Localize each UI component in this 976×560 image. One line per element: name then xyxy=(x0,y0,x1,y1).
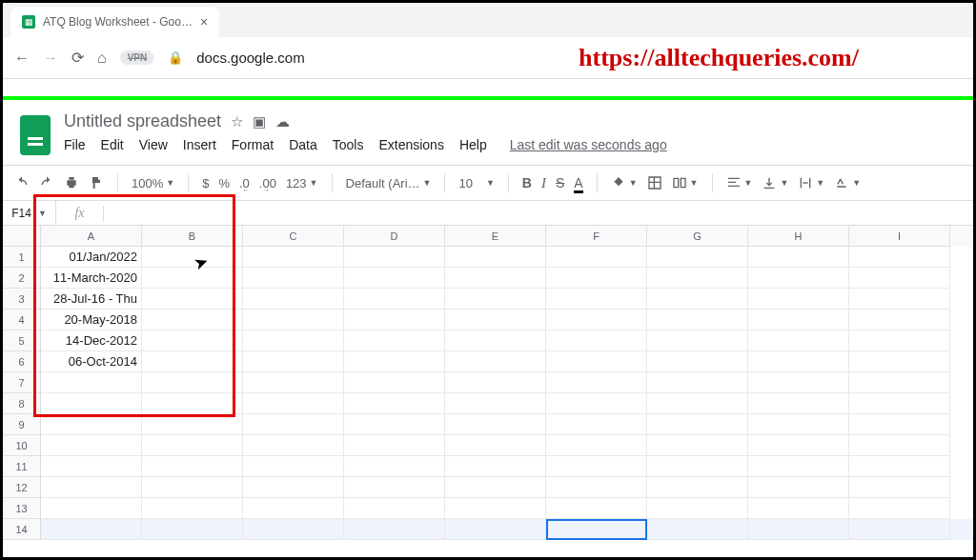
cell-G5[interactable] xyxy=(647,330,748,351)
col-header-H[interactable]: H xyxy=(748,226,849,247)
cell-F9[interactable] xyxy=(546,414,647,435)
cell-D4[interactable] xyxy=(344,310,445,330)
cell-G1[interactable] xyxy=(647,247,748,268)
cell-D6[interactable] xyxy=(344,351,445,372)
col-header-B[interactable]: B xyxy=(142,226,243,247)
cell-E3[interactable] xyxy=(445,289,546,310)
col-header-G[interactable]: G xyxy=(647,226,748,247)
more-formats-button[interactable]: 123▼ xyxy=(286,176,318,190)
cell-I9[interactable] xyxy=(849,414,950,435)
cell-I7[interactable] xyxy=(849,372,950,393)
cell-I8[interactable] xyxy=(849,393,950,414)
cell-A10[interactable] xyxy=(41,435,142,456)
cell-H1[interactable] xyxy=(748,247,849,268)
row-header[interactable]: 11 xyxy=(3,456,41,477)
cell-C2[interactable] xyxy=(243,268,344,289)
cell-A4[interactable]: 20-May-2018 xyxy=(41,310,142,330)
cell-G6[interactable] xyxy=(647,351,748,372)
cell-C3[interactable] xyxy=(243,289,344,310)
font-size-select[interactable]: 10▼ xyxy=(458,176,494,190)
col-header-D[interactable]: D xyxy=(344,226,445,247)
cell-C5[interactable] xyxy=(243,330,344,351)
cell-H10[interactable] xyxy=(748,435,849,456)
strikethrough-button[interactable]: S xyxy=(556,175,564,190)
cell-C11[interactable] xyxy=(243,456,344,477)
cell-A7[interactable] xyxy=(41,372,142,393)
cell-H2[interactable] xyxy=(748,268,849,289)
cell-B4[interactable] xyxy=(142,310,243,330)
increase-decimal-button[interactable]: .00→ xyxy=(259,176,276,190)
cell-E9[interactable] xyxy=(445,414,546,435)
forward-icon[interactable]: → xyxy=(43,50,58,67)
cell-E5[interactable] xyxy=(445,330,546,351)
doc-title[interactable]: Untitled spreadsheet xyxy=(64,111,221,131)
redo-icon[interactable] xyxy=(39,175,54,190)
sheets-logo-icon[interactable] xyxy=(20,115,51,155)
row-header[interactable]: 9 xyxy=(3,414,41,435)
cell-F7[interactable] xyxy=(546,372,647,393)
cell-F5[interactable] xyxy=(546,330,647,351)
format-currency-button[interactable]: $ xyxy=(202,176,209,190)
decrease-decimal-button[interactable]: .0← xyxy=(239,176,250,190)
cell-E2[interactable] xyxy=(445,268,546,289)
cell-B11[interactable] xyxy=(142,456,243,477)
browser-tab[interactable]: ▦ ATQ Blog Worksheet - Goo… × xyxy=(10,7,219,37)
row-header[interactable]: 10 xyxy=(3,435,41,456)
merge-cells-button[interactable]: ▼ xyxy=(672,175,699,190)
menu-format[interactable]: Format xyxy=(232,137,274,152)
font-family-select[interactable]: Default (Ari…▼ xyxy=(346,176,432,190)
cell-G14[interactable] xyxy=(647,519,748,540)
cell-E4[interactable] xyxy=(445,310,546,330)
menu-tools[interactable]: Tools xyxy=(333,137,364,152)
row-header[interactable]: 6 xyxy=(3,351,41,372)
v-align-button[interactable]: ▼ xyxy=(762,175,788,190)
star-icon[interactable]: ☆ xyxy=(231,113,243,130)
row-header[interactable]: 5 xyxy=(3,330,41,351)
vpn-badge[interactable]: VPN xyxy=(120,50,155,65)
text-rotation-button[interactable]: ▼ xyxy=(834,175,861,190)
bold-button[interactable]: B xyxy=(522,175,532,190)
cell-B10[interactable] xyxy=(142,435,243,456)
col-header-A[interactable]: A xyxy=(41,226,142,247)
cell-A13[interactable] xyxy=(41,498,142,519)
text-wrap-button[interactable]: ▼ xyxy=(798,175,824,190)
cell-H14[interactable] xyxy=(748,519,849,540)
cell-E1[interactable] xyxy=(445,247,546,268)
col-header-E[interactable]: E xyxy=(445,226,546,247)
cell-D11[interactable] xyxy=(344,456,445,477)
cell-D5[interactable] xyxy=(344,330,445,351)
cell-D7[interactable] xyxy=(344,372,445,393)
cell-D14[interactable] xyxy=(344,519,445,540)
row-header[interactable]: 4 xyxy=(3,310,41,330)
borders-button[interactable] xyxy=(647,175,662,190)
cell-H8[interactable] xyxy=(748,393,849,414)
row-header[interactable]: 1 xyxy=(3,247,41,268)
cell-I4[interactable] xyxy=(849,310,950,330)
col-header-F[interactable]: F xyxy=(546,226,647,247)
cell-D10[interactable] xyxy=(344,435,445,456)
cell-B5[interactable] xyxy=(142,330,243,351)
menu-edit[interactable]: Edit xyxy=(101,137,124,152)
cell-F2[interactable] xyxy=(546,268,647,289)
cloud-status-icon[interactable]: ☁ xyxy=(275,113,290,130)
cell-B1[interactable] xyxy=(142,247,243,268)
cell-I11[interactable] xyxy=(849,456,950,477)
row-header[interactable]: 3 xyxy=(3,289,41,310)
cell-G2[interactable] xyxy=(647,268,748,289)
cell-G3[interactable] xyxy=(647,289,748,310)
cell-C8[interactable] xyxy=(243,393,344,414)
cell-I1[interactable] xyxy=(849,247,950,268)
cell-G9[interactable] xyxy=(647,414,748,435)
cell-E7[interactable] xyxy=(445,372,546,393)
url-text[interactable]: docs.google.com xyxy=(196,50,304,66)
cell-F10[interactable] xyxy=(546,435,647,456)
cell-B6[interactable] xyxy=(142,351,243,372)
cell-F4[interactable] xyxy=(546,310,647,330)
menu-view[interactable]: View xyxy=(139,137,168,152)
cell-C12[interactable] xyxy=(243,477,344,498)
cell-H6[interactable] xyxy=(748,351,849,372)
cell-F13[interactable] xyxy=(546,498,647,519)
cell-C1[interactable] xyxy=(243,247,344,268)
cell-G11[interactable] xyxy=(647,456,748,477)
cell-I5[interactable] xyxy=(849,330,950,351)
